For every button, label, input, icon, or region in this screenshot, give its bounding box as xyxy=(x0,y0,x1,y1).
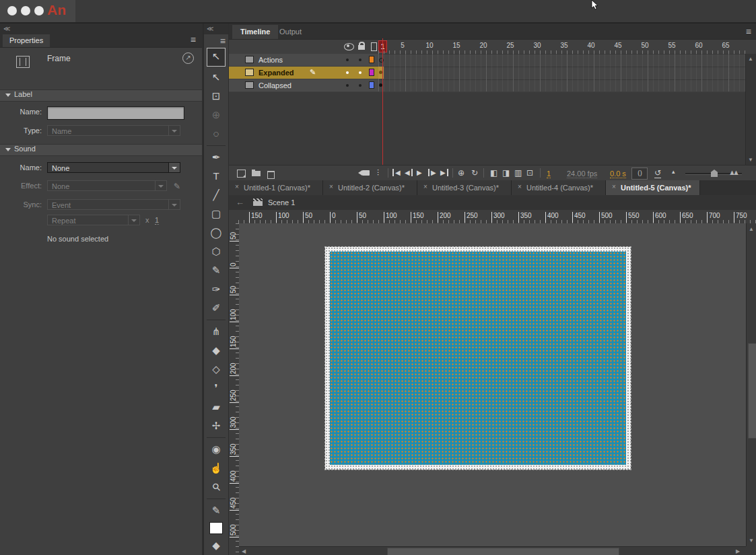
modify-markers-button[interactable]: ⊡ xyxy=(526,168,533,178)
lasso-tool[interactable]: ◌ xyxy=(204,124,228,143)
collapse-panel-icon[interactable]: ≪ xyxy=(3,25,9,32)
layer-lock-dot[interactable] xyxy=(359,71,362,74)
layer-outline-color-swatch[interactable] xyxy=(369,56,374,63)
play-button[interactable]: ▶ xyxy=(417,169,422,176)
polystar-tool[interactable]: ⬡ xyxy=(204,242,228,261)
reset-timeline-zoom-button[interactable]: ↺ xyxy=(654,168,661,178)
scroll-down-icon[interactable]: ▼ xyxy=(749,538,754,544)
tab-properties[interactable]: Properties xyxy=(3,34,50,47)
layer-row-expanded[interactable]: Expanded✎ xyxy=(229,67,378,79)
step-back-button[interactable]: ◀ xyxy=(405,169,413,176)
free-transform-tool[interactable]: ⊡ xyxy=(204,87,228,106)
close-tab-icon[interactable]: × xyxy=(518,183,522,190)
horizontal-scrollbar-thumb[interactable] xyxy=(387,548,619,555)
vertical-scrollbar-thumb[interactable] xyxy=(748,343,756,439)
zoom-in-frames-icon[interactable]: ▲▲ xyxy=(728,168,736,176)
eyedropper-tool[interactable]: ❜ xyxy=(204,379,228,398)
scroll-left-icon[interactable]: ◀ xyxy=(242,548,246,554)
scroll-right-icon[interactable]: ▶ xyxy=(736,548,740,554)
outline-all-layers-icon[interactable] xyxy=(371,42,377,51)
show-hide-all-layers-icon[interactable] xyxy=(344,43,354,50)
tools-menu-icon[interactable]: ≡ xyxy=(220,36,225,46)
fill-color-bucket[interactable]: ◆ xyxy=(204,536,228,555)
add-camera-button[interactable] xyxy=(362,170,370,176)
frame-size-slider-thumb[interactable] xyxy=(711,170,718,177)
hand-tool[interactable]: ☝ xyxy=(204,459,228,478)
minimize-window-button[interactable] xyxy=(21,6,30,15)
new-folder-button[interactable] xyxy=(252,171,261,176)
tab-output[interactable]: Output xyxy=(271,25,310,39)
layer-visibility-dot[interactable] xyxy=(346,84,349,87)
layer-lock-dot[interactable] xyxy=(359,59,362,61)
subselection-tool[interactable]: ↖ xyxy=(204,68,228,87)
step-forward-button[interactable]: ▶ xyxy=(428,169,436,176)
scroll-up-icon[interactable]: ▲ xyxy=(749,226,754,232)
stage-selected-rectangle[interactable] xyxy=(330,252,626,465)
timeline-menu-icon[interactable]: ≡ xyxy=(746,26,751,37)
document-tab-3[interactable]: ×Untitled-3 (Canvas)* xyxy=(417,180,512,195)
frame-rate-value[interactable]: 24.00 fps xyxy=(567,170,597,178)
document-tab-4[interactable]: ×Untitled-4 (Canvas)* xyxy=(512,180,606,195)
collapse-panel-icon[interactable]: ≪ xyxy=(207,25,212,32)
close-tab-icon[interactable]: × xyxy=(612,183,616,190)
layer-row-actions[interactable]: Actions xyxy=(229,54,378,66)
back-button[interactable]: ← xyxy=(236,197,244,207)
zoom-window-button[interactable] xyxy=(34,6,44,15)
layer-visibility-dot[interactable] xyxy=(346,59,349,61)
loop-range-button[interactable]: ( ) xyxy=(631,168,648,180)
scroll-down-icon[interactable]: ▼ xyxy=(748,157,753,163)
pen-tool[interactable]: ✒ xyxy=(204,148,228,167)
canvas-horizontal-scrollbar[interactable]: ◀ ▶ xyxy=(239,546,746,555)
document-tab-2[interactable]: ×Untitled-2 (Canvas)* xyxy=(323,180,417,195)
layer-visibility-dot[interactable] xyxy=(346,71,349,74)
close-tab-icon[interactable]: × xyxy=(423,183,427,190)
sound-section-header[interactable]: Sound xyxy=(0,144,202,156)
loop-playback-button[interactable]: ↻ xyxy=(471,168,478,178)
go-to-first-frame-button[interactable]: ◀ xyxy=(392,169,401,176)
canvas-vertical-scrollbar[interactable]: ▲ ▼ xyxy=(746,223,756,546)
eraser-tool[interactable]: ▰ xyxy=(204,398,228,416)
delete-button[interactable] xyxy=(267,171,275,179)
document-tab-1[interactable]: ×Untitled-1 (Canvas)* xyxy=(229,180,323,195)
scroll-up-icon[interactable]: ▲ xyxy=(748,56,753,62)
selection-tool[interactable]: ↖ xyxy=(207,48,226,67)
close-window-button[interactable] xyxy=(7,6,17,15)
edit-multiple-frames-button[interactable]: ▥ xyxy=(514,168,522,178)
ink-bottle-tool[interactable]: ◇ xyxy=(204,360,228,379)
new-layer-button[interactable] xyxy=(237,170,246,178)
onion-skin-outlines-button[interactable]: ◨ xyxy=(502,168,510,178)
layer-outline-color-swatch[interactable] xyxy=(369,69,374,76)
layer-row-collapsed[interactable]: Collapsed xyxy=(229,79,378,91)
onion-skin-button[interactable]: ◧ xyxy=(490,168,497,178)
center-frame-button[interactable]: ⊕ xyxy=(458,168,465,178)
convert-to-symbol-icon[interactable]: ↗ xyxy=(182,52,194,64)
show-layer-depth-button[interactable]: ⫶ xyxy=(377,168,378,178)
oval-tool[interactable]: ◯ xyxy=(204,223,228,242)
paint-bucket-tool[interactable]: ◆ xyxy=(204,341,228,360)
timeline-frame-grid[interactable] xyxy=(378,54,746,91)
document-tab-5[interactable]: ×Untitled-5 (Canvas)* xyxy=(606,180,700,195)
label-section-header[interactable]: Label xyxy=(0,89,202,102)
classic-brush-tool[interactable]: ✐ xyxy=(204,299,228,318)
repeat-count-value[interactable]: 1 xyxy=(155,216,159,225)
bone-tool[interactable]: ⋔ xyxy=(204,322,228,341)
rectangle-tool[interactable]: ▢ xyxy=(204,205,228,223)
lock-all-layers-icon[interactable] xyxy=(358,45,365,50)
stage-selection-border[interactable] xyxy=(325,247,631,470)
text-tool[interactable]: T xyxy=(204,167,228,186)
stroke-color-pencil[interactable]: ✎ xyxy=(204,501,228,520)
go-to-last-frame-button[interactable]: ▶ xyxy=(440,169,448,176)
zoom-out-frames-icon[interactable]: ▴ xyxy=(672,168,675,175)
line-tool[interactable]: ╱ xyxy=(204,186,228,205)
stroke-color-swatch[interactable] xyxy=(209,522,223,534)
zoom-tool[interactable]: ⚲ xyxy=(204,478,228,496)
properties-menu-icon[interactable]: ≡ xyxy=(191,34,195,45)
layer-lock-dot[interactable] xyxy=(359,84,362,87)
layer-outline-color-swatch[interactable] xyxy=(369,81,374,89)
paint-brush-tool[interactable]: ✑ xyxy=(204,280,228,299)
label-name-input[interactable] xyxy=(47,106,184,120)
elapsed-time-value[interactable]: 0.0 s xyxy=(610,170,626,178)
pencil-tool[interactable]: ✎ xyxy=(204,261,228,280)
asset-warp-tool[interactable]: ✢ xyxy=(204,416,228,435)
timeline-vertical-scrollbar[interactable]: ▲ ▼ xyxy=(745,54,756,165)
